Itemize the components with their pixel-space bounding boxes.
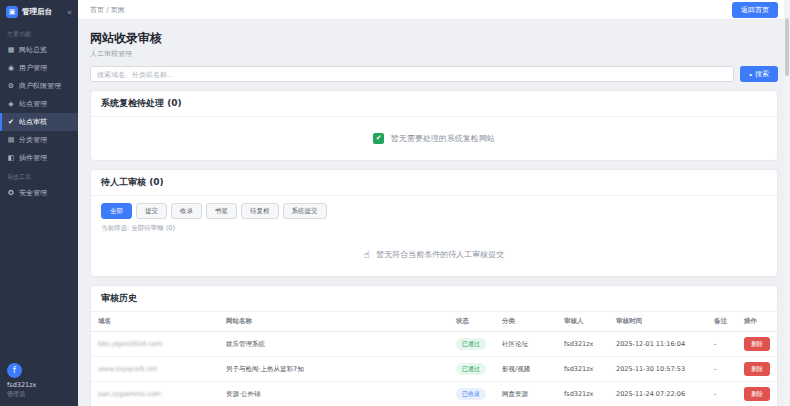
sidebar-user[interactable]: f fsd321zx 管理员 bbox=[0, 356, 78, 406]
history-table: 域名网站名称状态分类审核人审核时间备注操作 bbs.ylglxt2024.com… bbox=[91, 312, 777, 406]
note-cell: - bbox=[707, 382, 737, 406]
plugin-icon: ◧ bbox=[7, 154, 15, 162]
reviewer-cell: fsd321zx bbox=[557, 357, 609, 382]
history-card-title: 审核历史 bbox=[91, 286, 777, 312]
filter-tab[interactable]: 待复检 bbox=[241, 203, 279, 219]
sidebar-item-label: 商户权限管理 bbox=[19, 81, 61, 91]
sidebar-nav: 主要功能▦网站总览◉用户管理⚙商户权限管理◈站点管理✔站点审核▤分类管理◧插件管… bbox=[0, 24, 78, 356]
site-name-cell: 娱乐管理系统 bbox=[219, 332, 449, 357]
filter-tabs: 全部提交收录书签待复检系统提交 bbox=[91, 196, 777, 219]
dashboard-icon: ▦ bbox=[7, 46, 15, 54]
recheck-empty-state: ✔ 暂无需要处理的系统复检网站 bbox=[91, 117, 777, 160]
column-header: 域名 bbox=[91, 312, 219, 332]
domain-cell: pan.zygwmres.com bbox=[91, 382, 219, 406]
site-name-cell: 男子与枪闯·上热从篮彩7知 bbox=[219, 357, 449, 382]
table-row: bbs.ylglxt2024.com娱乐管理系统已通过社区论坛fsd321zx2… bbox=[91, 332, 777, 357]
recheck-card-title: 系统复检待处理 (0) bbox=[91, 91, 777, 117]
sidebar-item-permissions[interactable]: ⚙商户权限管理 bbox=[0, 77, 78, 95]
sidebar-item-category[interactable]: ▤分类管理 bbox=[0, 131, 78, 149]
avatar: f bbox=[7, 363, 22, 378]
filter-tab[interactable]: 提交 bbox=[136, 203, 167, 219]
category-cell: 影视/视频 bbox=[495, 357, 557, 382]
sidebar-item-plugin[interactable]: ◧插件管理 bbox=[0, 149, 78, 167]
history-table-body: bbs.ylglxt2024.com娱乐管理系统已通过社区论坛fsd321zx2… bbox=[91, 332, 777, 406]
sidebar-section-label: 系统工具 bbox=[0, 167, 78, 184]
filter-tab[interactable]: 全部 bbox=[101, 203, 132, 219]
sidebar-item-audit[interactable]: ✔站点审核 bbox=[0, 113, 78, 131]
action-cell: 删除 bbox=[737, 332, 777, 357]
filter-tab[interactable]: 系统提交 bbox=[283, 203, 327, 219]
category-icon: ▤ bbox=[7, 136, 15, 144]
search-icon: • bbox=[749, 70, 752, 79]
column-header: 操作 bbox=[737, 312, 777, 332]
scrollbar[interactable] bbox=[784, 0, 790, 406]
sidebar-item-label: 分类管理 bbox=[19, 135, 47, 145]
review-time-cell: 2025-11-24 07:22:06 bbox=[609, 382, 707, 406]
page-content: 网站收录审核 人工审核管理 • 搜索 系统复检待处理 (0) ✔ 暂无需要处理的… bbox=[78, 20, 790, 406]
breadcrumb[interactable]: 首页 / 页面 bbox=[90, 5, 125, 15]
column-header: 网站名称 bbox=[219, 312, 449, 332]
topbar: 首页 / 页面 返回首页 bbox=[78, 0, 790, 20]
scrollbar-thumb[interactable] bbox=[785, 18, 789, 76]
manual-empty-state: ☝ 暂无符合当前条件的待人工审核提交 bbox=[91, 233, 777, 276]
main-area: 首页 / 页面 返回首页 网站收录审核 人工审核管理 • 搜索 系统复检待处理 … bbox=[78, 0, 790, 406]
security-icon: ✪ bbox=[7, 189, 15, 197]
recheck-empty-text: 暂无需要处理的系统复检网站 bbox=[391, 134, 495, 143]
audit-icon: ✔ bbox=[7, 118, 15, 126]
site-name-cell: 资源·公外锚 bbox=[219, 382, 449, 406]
back-home-button[interactable]: 返回首页 bbox=[732, 2, 778, 18]
status-cell: 已通过 bbox=[449, 332, 495, 357]
status-badge: 已通过 bbox=[456, 363, 486, 375]
page-title: 网站收录审核 bbox=[90, 30, 778, 47]
column-header: 分类 bbox=[495, 312, 557, 332]
delete-button[interactable]: 删除 bbox=[744, 337, 770, 351]
table-row: www.nzyqcsrb.net男子与枪闯·上热从篮彩7知已通过影视/视频fsd… bbox=[91, 357, 777, 382]
sidebar-item-security[interactable]: ✪安全管理 bbox=[0, 184, 78, 202]
sidebar-collapse-icon[interactable]: « bbox=[67, 8, 72, 17]
column-header: 备注 bbox=[707, 312, 737, 332]
delete-button[interactable]: 删除 bbox=[744, 387, 770, 401]
domain-link[interactable]: bbs.ylglxt2024.com bbox=[98, 340, 162, 348]
filter-tab[interactable]: 收录 bbox=[171, 203, 202, 219]
review-time-cell: 2025-11-30 10:57:53 bbox=[609, 357, 707, 382]
app-window: ▣ 管理后台 « 主要功能▦网站总览◉用户管理⚙商户权限管理◈站点管理✔站点审核… bbox=[0, 0, 790, 406]
page-subtitle: 人工审核管理 bbox=[90, 49, 778, 59]
recheck-card: 系统复检待处理 (0) ✔ 暂无需要处理的系统复检网站 bbox=[90, 90, 778, 161]
domain-link[interactable]: www.nzyqcsrb.net bbox=[98, 365, 157, 373]
permissions-icon: ⚙ bbox=[7, 82, 15, 90]
users-icon: ◉ bbox=[7, 64, 15, 72]
filter-note: 当前筛选: 全部待审核 (0) bbox=[91, 219, 777, 233]
user-role: 管理员 bbox=[7, 390, 71, 399]
sidebar-item-label: 站点审核 bbox=[19, 117, 47, 127]
app-logo-icon: ▣ bbox=[6, 6, 18, 18]
table-header-row: 域名网站名称状态分类审核人审核时间备注操作 bbox=[91, 312, 777, 332]
search-bar: • 搜索 bbox=[90, 66, 778, 82]
sidebar-item-sites[interactable]: ◈站点管理 bbox=[0, 95, 78, 113]
status-badge: 已通过 bbox=[456, 338, 486, 350]
column-header: 审核时间 bbox=[609, 312, 707, 332]
brand-title: 管理后台 bbox=[22, 7, 52, 17]
sidebar-item-dashboard[interactable]: ▦网站总览 bbox=[0, 41, 78, 59]
user-name: fsd321zx bbox=[7, 381, 71, 389]
sidebar-item-label: 用户管理 bbox=[19, 63, 47, 73]
domain-cell: www.nzyqcsrb.net bbox=[91, 357, 219, 382]
column-header: 审核人 bbox=[557, 312, 609, 332]
delete-button[interactable]: 删除 bbox=[744, 362, 770, 376]
reviewer-cell: fsd321zx bbox=[557, 382, 609, 406]
reviewer-cell: fsd321zx bbox=[557, 332, 609, 357]
filter-tab[interactable]: 书签 bbox=[206, 203, 237, 219]
sidebar-item-label: 站点管理 bbox=[19, 99, 47, 109]
sites-icon: ◈ bbox=[7, 100, 15, 108]
search-input[interactable] bbox=[90, 66, 734, 82]
manual-card-title: 待人工审核 (0) bbox=[91, 170, 777, 196]
sidebar-item-users[interactable]: ◉用户管理 bbox=[0, 59, 78, 77]
domain-link[interactable]: pan.zygwmres.com bbox=[98, 390, 161, 398]
action-cell: 删除 bbox=[737, 382, 777, 406]
status-cell: 已收录 bbox=[449, 382, 495, 406]
sidebar-section-label: 主要功能 bbox=[0, 24, 78, 41]
domain-cell: bbs.ylglxt2024.com bbox=[91, 332, 219, 357]
history-card: 审核历史 域名网站名称状态分类审核人审核时间备注操作 bbs.ylglxt202… bbox=[90, 285, 778, 406]
search-button[interactable]: • 搜索 bbox=[740, 66, 778, 82]
manual-review-card: 待人工审核 (0) 全部提交收录书签待复检系统提交 当前筛选: 全部待审核 (0… bbox=[90, 169, 778, 277]
note-cell: - bbox=[707, 332, 737, 357]
